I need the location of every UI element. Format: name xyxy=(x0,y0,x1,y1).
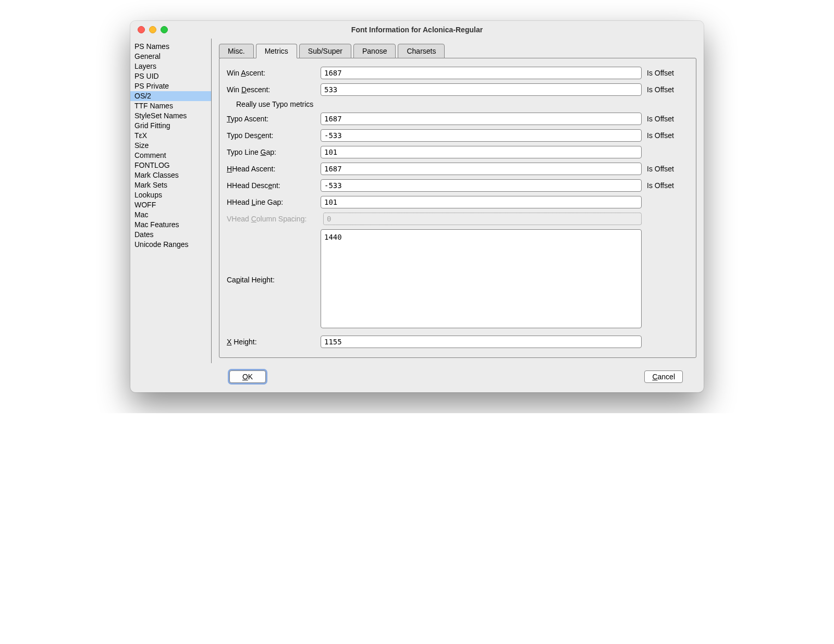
input-hhead-line-gap[interactable] xyxy=(321,196,642,208)
suffix-win-ascent[interactable]: Is Offset xyxy=(642,69,689,77)
sidebar-item-styleset-names[interactable]: StyleSet Names xyxy=(130,111,211,121)
row-typo-line-gap: Typo Line Gap: xyxy=(227,146,689,158)
sidebar-item-ps-names[interactable]: PS Names xyxy=(130,42,211,52)
sidebar-item-ttf-names[interactable]: TTF Names xyxy=(130,101,211,111)
tab-misc-[interactable]: Misc. xyxy=(219,44,254,58)
close-icon[interactable] xyxy=(138,26,145,33)
suffix-typo-descent[interactable]: Is Offset xyxy=(642,131,689,140)
input-typo-line-gap[interactable] xyxy=(321,146,642,158)
sidebar-item-ps-private[interactable]: PS Private xyxy=(130,81,211,91)
minimize-icon[interactable] xyxy=(149,26,156,33)
label-hhead-ascent: HHead Ascent: xyxy=(227,165,321,173)
sidebar-item-mark-classes[interactable]: Mark Classes xyxy=(130,170,211,180)
input-win-descent[interactable] xyxy=(321,83,642,96)
sidebar-item-woff[interactable]: WOFF xyxy=(130,200,211,210)
suffix-hhead-descent[interactable]: Is Offset xyxy=(642,181,689,190)
suffix-typo-ascent[interactable]: Is Offset xyxy=(642,115,689,123)
input-typo-descent[interactable] xyxy=(321,129,642,142)
sidebar-item-lookups[interactable]: Lookups xyxy=(130,190,211,200)
row-typo-descent: Typo Descent: Is Offset xyxy=(227,129,689,142)
label-vhead-column-spacing: VHead Column Spacing: xyxy=(227,215,323,223)
ok-button[interactable]: OK xyxy=(229,370,266,383)
suffix-hhead-ascent[interactable]: Is Offset xyxy=(642,165,689,173)
sidebar-item-general[interactable]: General xyxy=(130,52,211,61)
cancel-button[interactable]: Cancel xyxy=(644,370,683,383)
sidebar-item-size[interactable]: Size xyxy=(130,141,211,151)
tab-metrics[interactable]: Metrics xyxy=(256,44,297,58)
window-controls xyxy=(130,26,168,33)
sidebar-item-mac[interactable]: Mac xyxy=(130,210,211,220)
row-capital-height: Capital Height: xyxy=(227,229,689,330)
input-vhead-column-spacing xyxy=(323,213,642,225)
tab-panose[interactable]: Panose xyxy=(353,44,396,58)
window-title: Font Information for Aclonica-Regular xyxy=(130,26,704,34)
label-hhead-descent: HHead Descent: xyxy=(227,181,321,190)
label-typo-ascent: Typo Ascent: xyxy=(227,115,321,123)
label-really-use-typo[interactable]: Really use Typo metrics xyxy=(227,100,313,108)
sidebar-item-mac-features[interactable]: Mac Features xyxy=(130,220,211,230)
row-hhead-ascent: HHead Ascent: Is Offset xyxy=(227,163,689,175)
input-capital-height[interactable] xyxy=(321,229,642,328)
row-hhead-descent: HHead Descent: Is Offset xyxy=(227,179,689,192)
row-hhead-line-gap: HHead Line Gap: xyxy=(227,196,689,208)
label-capital-height: Capital Height: xyxy=(227,229,321,330)
row-typo-ascent: Typo Ascent: Is Offset xyxy=(227,113,689,125)
sidebar-item-mark-sets[interactable]: Mark Sets xyxy=(130,180,211,190)
input-hhead-ascent[interactable] xyxy=(321,163,642,175)
label-hhead-line-gap: HHead Line Gap: xyxy=(227,198,321,206)
sidebar-item-ps-uid[interactable]: PS UID xyxy=(130,71,211,81)
titlebar: Font Information for Aclonica-Regular xyxy=(130,21,704,39)
input-win-ascent[interactable] xyxy=(321,67,642,79)
footer: OK Cancel xyxy=(130,363,704,392)
input-typo-ascent[interactable] xyxy=(321,113,642,125)
row-win-ascent: Win Ascent: Is Offset xyxy=(227,67,689,79)
label-typo-line-gap: Typo Line Gap: xyxy=(227,148,321,156)
sidebar-item-comment[interactable]: Comment xyxy=(130,151,211,160)
row-really-use-typo: Really use Typo metrics xyxy=(227,100,689,108)
label-win-ascent: Win Ascent: xyxy=(227,69,321,77)
sidebar: PS NamesGeneralLayersPS UIDPS PrivateOS/… xyxy=(130,39,212,363)
row-x-height: X Height: xyxy=(227,336,689,348)
sidebar-item-t-x[interactable]: TεX xyxy=(130,131,211,141)
label-x-height: X Height: xyxy=(227,338,321,346)
sidebar-item-os-2[interactable]: OS/2 xyxy=(130,91,211,101)
dialog-window: Font Information for Aclonica-Regular PS… xyxy=(130,21,704,392)
metrics-panel: Win Ascent: Is Offset Win Descent: Is Of… xyxy=(219,58,696,358)
suffix-win-descent[interactable]: Is Offset xyxy=(642,85,689,94)
label-win-descent: Win Descent: xyxy=(227,85,321,94)
label-typo-descent: Typo Descent: xyxy=(227,131,321,140)
input-x-height[interactable] xyxy=(321,336,642,348)
zoom-icon[interactable] xyxy=(161,26,168,33)
tab-charsets[interactable]: Charsets xyxy=(398,44,445,58)
sidebar-item-dates[interactable]: Dates xyxy=(130,230,211,240)
sidebar-item-fontlog[interactable]: FONTLOG xyxy=(130,160,211,170)
row-vhead-column-spacing: VHead Column Spacing: xyxy=(227,213,689,225)
main-panel: Misc.MetricsSub/SuperPanoseCharsets Win … xyxy=(212,39,704,363)
sidebar-item-unicode-ranges[interactable]: Unicode Ranges xyxy=(130,240,211,250)
sidebar-item-layers[interactable]: Layers xyxy=(130,61,211,71)
tab-sub-super[interactable]: Sub/Super xyxy=(299,44,351,58)
sidebar-item-grid-fitting[interactable]: Grid Fitting xyxy=(130,121,211,131)
tab-bar: Misc.MetricsSub/SuperPanoseCharsets xyxy=(219,44,696,58)
input-hhead-descent[interactable] xyxy=(321,179,642,192)
row-win-descent: Win Descent: Is Offset xyxy=(227,83,689,96)
